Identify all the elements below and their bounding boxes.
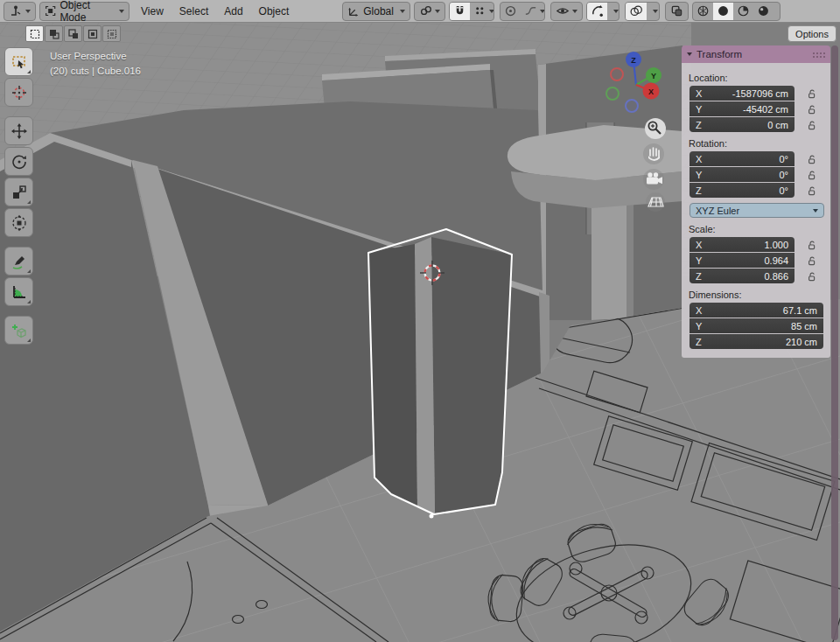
scale-x-field[interactable]: X 1.000 [690, 237, 794, 252]
cursor-tool[interactable] [4, 78, 33, 107]
unlock-icon[interactable] [805, 167, 819, 183]
sidebar-scrollbar[interactable] [831, 45, 838, 640]
select-mode-row [25, 25, 122, 42]
unlock-icon[interactable] [805, 237, 819, 253]
overlays-toggle[interactable] [626, 3, 647, 20]
gizmo-group [586, 2, 620, 21]
location-x-field[interactable]: X -1587096 cm [690, 86, 794, 101]
scale-tool[interactable] [4, 178, 33, 206]
unlock-icon[interactable] [805, 101, 819, 117]
blender-window: Z Y X [0, 0, 840, 642]
transform-panel-header[interactable]: Transform [682, 45, 830, 63]
chevron-down-icon [540, 10, 545, 13]
rotation-x-field[interactable]: X 0° [690, 151, 794, 166]
snap-target-dropdown[interactable] [470, 3, 494, 20]
measure-tool[interactable] [4, 277, 33, 306]
unlock-icon[interactable] [805, 269, 819, 284]
rotation-y-field[interactable]: Y 0° [690, 167, 794, 182]
falloff-dropdown[interactable] [521, 3, 545, 20]
mode-dropdown[interactable]: Object Mode [39, 2, 130, 21]
dimensions-y-field[interactable]: Y 85 cm [690, 318, 823, 333]
dimensions-z-field[interactable]: Z 210 cm [690, 334, 823, 349]
axis-neg-z[interactable] [626, 100, 638, 112]
proportional-group [500, 2, 545, 21]
unlock-icon[interactable] [805, 86, 819, 101]
eye-icon [556, 4, 570, 17]
transform-tool[interactable] [4, 208, 33, 237]
xray-toggle[interactable] [665, 2, 689, 21]
annotate-tool[interactable] [4, 247, 33, 276]
cursor-tool-icon [10, 84, 28, 101]
orientation-dropdown[interactable]: Global [342, 2, 410, 21]
select-mode-subtract[interactable] [64, 25, 82, 42]
axis-neg-x[interactable] [611, 68, 623, 80]
shading-dropdown[interactable] [774, 3, 780, 20]
gizmo-toggle[interactable] [587, 3, 607, 20]
transform-panel: Transform Location: X -1587096 cm Y -454… [682, 45, 830, 358]
select-mode-extend[interactable] [45, 25, 63, 42]
dimensions-x-field[interactable]: X 67.1 cm [690, 303, 823, 318]
overlays-dropdown[interactable] [647, 3, 659, 20]
snap-base-dropdown[interactable] [414, 2, 445, 21]
rotation-z-field[interactable]: Z 0° [690, 183, 794, 198]
scale-z-field[interactable]: Z 0.866 [690, 269, 794, 283]
chevron-down-icon [653, 10, 658, 13]
rotate-tool[interactable] [4, 147, 33, 176]
material-shading-icon [737, 4, 750, 17]
unlock-icon[interactable] [805, 183, 819, 199]
scale-y-field[interactable]: Y 0.964 [690, 253, 794, 268]
options-button[interactable]: Options [788, 25, 836, 42]
svg-text:Y: Y [651, 72, 656, 80]
add-cube-tool[interactable] [4, 316, 33, 345]
panel-title: Transform [696, 49, 742, 59]
menu-view[interactable]: View [133, 0, 172, 23]
pan-hand-icon[interactable] [643, 143, 664, 164]
shading-material[interactable] [733, 3, 753, 20]
visibility-dropdown[interactable] [550, 2, 583, 21]
object-origin-dot [430, 514, 434, 519]
menu-add[interactable]: Add [216, 0, 250, 23]
move-tool[interactable] [4, 116, 33, 145]
unlock-icon[interactable] [805, 253, 819, 269]
select-mode-invert[interactable] [83, 25, 102, 42]
tool-notch [27, 70, 31, 73]
overlays-icon [629, 4, 643, 17]
tool-notch [27, 200, 31, 204]
snap-target-icon [473, 4, 486, 17]
active-object-label: (20) cuts | Cube.016 [50, 64, 141, 79]
rotation-mode-dropdown[interactable]: XYZ Euler [690, 203, 824, 218]
tool-notch [27, 269, 31, 273]
grip-dots-icon[interactable] [812, 52, 825, 58]
add-cube-icon [10, 322, 28, 339]
gizmo-dropdown[interactable] [607, 3, 620, 20]
snap-toggle-button[interactable] [450, 3, 470, 20]
scale-label: Scale: [689, 224, 827, 234]
unlock-icon[interactable] [805, 117, 819, 133]
camera-view-icon[interactable] [643, 169, 664, 190]
viewport-overlay-text: User Perspective (20) cuts | Cube.016 [50, 49, 141, 79]
location-z-field[interactable]: Z 0 cm [690, 117, 794, 132]
select-mode-set[interactable] [25, 25, 44, 42]
shading-solid[interactable] [713, 3, 733, 20]
select-box-icon [10, 53, 28, 71]
chevron-down-icon [572, 10, 578, 13]
tool-notch [27, 338, 31, 342]
location-y-field[interactable]: Y -45402 cm [690, 101, 794, 116]
shading-rendered[interactable] [753, 3, 774, 20]
dimensions-section: X 67.1 cm Y 85 cm Z 210 cm [685, 303, 827, 349]
select-mode-intersect[interactable] [102, 25, 121, 42]
overlays-group [625, 2, 659, 21]
shading-wireframe[interactable] [693, 3, 713, 20]
magnet-icon [453, 4, 466, 17]
menu-object[interactable]: Object [251, 0, 298, 23]
unlock-icon[interactable] [805, 151, 819, 167]
editor-type-button[interactable] [4, 2, 36, 21]
proportional-toggle[interactable] [500, 3, 521, 20]
zoom-icon[interactable] [645, 118, 666, 139]
rendered-shading-icon [757, 4, 770, 17]
location-label: Location: [689, 73, 827, 83]
select-box-tool[interactable] [4, 47, 33, 76]
menu-select[interactable]: Select [172, 0, 216, 23]
grid-floor-icon[interactable] [646, 192, 665, 212]
axis-neg-y[interactable] [606, 87, 619, 100]
